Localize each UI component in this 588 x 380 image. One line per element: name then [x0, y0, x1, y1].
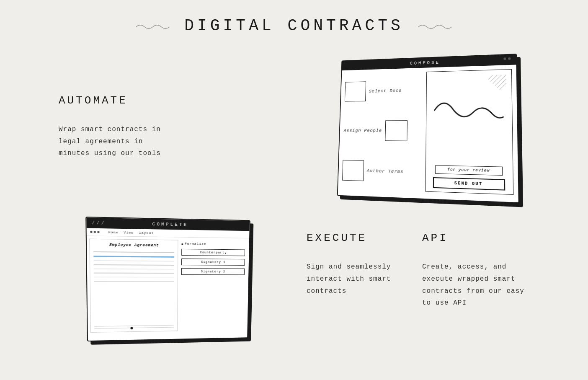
compose-row-terms: Author Terms	[342, 160, 422, 183]
automate-section: AUTOMATE Wrap smart contracts in legal a…	[34, 47, 294, 207]
doc-line-8	[94, 325, 174, 326]
compose-right: for your review SEND OUT	[426, 69, 514, 195]
doc-line-1	[93, 251, 174, 253]
api-block: API Create, access, and execute wrapped …	[422, 232, 529, 309]
complete-doc: Employee Agreement	[89, 239, 178, 333]
execute-block: EXECUTE Sign and seamlessly interact wit…	[307, 232, 414, 297]
complete-window: /// COMPLETE Home View layout	[85, 217, 250, 341]
complete-mockup: /// COMPLETE Home View layout	[85, 217, 250, 341]
top-content-row: AUTOMATE Wrap smart contracts in legal a…	[0, 35, 588, 219]
execute-api-section: EXECUTE Sign and seamlessly interact wit…	[290, 219, 554, 341]
counterparty-field[interactable]: Counterparty	[181, 249, 245, 256]
complete-body: Employee Agreement	[87, 236, 249, 335]
for-review-label: for your review	[435, 165, 503, 176]
bottom-content-row: /// COMPLETE Home View layout	[0, 219, 588, 341]
doc-line-3	[94, 264, 174, 266]
compose-box-people	[385, 120, 407, 141]
doc-line-6	[94, 277, 174, 277]
compose-window: COMPOSE Select Docs	[337, 54, 519, 203]
formalize-bullet: Formalize	[181, 242, 245, 247]
compose-dot-1	[503, 57, 506, 60]
doc-line-7	[94, 281, 174, 282]
execute-heading: EXECUTE	[307, 232, 414, 244]
page-container: DIGITAL CONTRACTS AUTOMATE Wrap smart co…	[0, 0, 588, 380]
author-terms-label: Author Terms	[367, 168, 404, 174]
menu-dot-2	[94, 231, 96, 233]
formalize-bullet-dot	[181, 243, 183, 245]
doc-line-5	[94, 273, 174, 274]
compose-mockup: COMPOSE Select Docs	[337, 54, 519, 203]
automate-heading: AUTOMATE	[59, 94, 286, 107]
complete-sidebar: Formalize Counterparty Signatory 1 Signa…	[179, 240, 247, 331]
api-heading: API	[422, 232, 529, 244]
compose-box-docs	[345, 81, 366, 101]
doc-line-4	[94, 269, 174, 269]
compose-titlebar-dots	[503, 57, 511, 60]
signatory2-field[interactable]: Signatory 2	[181, 268, 245, 275]
complete-menu-dots	[90, 230, 99, 234]
send-out-button[interactable]: SEND OUT	[433, 177, 505, 191]
compose-row-docs: Select Docs	[345, 80, 423, 102]
compose-box-terms	[342, 160, 364, 181]
compose-dot-2	[508, 57, 511, 60]
doc-line-2	[93, 260, 174, 261]
menu-item-view[interactable]: View	[124, 230, 134, 235]
doc-line-blue	[93, 256, 174, 258]
formalize-label: Formalize	[185, 242, 206, 246]
compose-section: COMPOSE Select Docs	[294, 47, 554, 207]
execute-body: Sign and seamlessly interact with smart …	[307, 261, 414, 297]
doc-title: Employee Agreement	[93, 243, 174, 248]
complete-section: /// COMPLETE Home View layout	[34, 219, 290, 341]
signatory1-field[interactable]: Signatory 1	[181, 259, 245, 266]
page-title: DIGITAL CONTRACTS	[184, 17, 404, 35]
automate-body: Wrap smart contracts in legal agreements…	[59, 124, 286, 160]
api-body: Create, access, and execute wrapped smar…	[422, 261, 529, 309]
squiggle-left-icon	[134, 22, 172, 30]
doc-slider-handle[interactable]	[131, 327, 133, 329]
compose-row-people: Assign People	[343, 120, 423, 141]
menu-dot-1	[90, 231, 92, 233]
signature-icon	[430, 78, 509, 143]
menu-dot-3	[97, 231, 99, 233]
squiggle-right-icon	[416, 22, 454, 30]
select-docs-label: Select Docs	[369, 88, 402, 93]
assign-people-label: Assign People	[344, 128, 382, 133]
menu-item-layout[interactable]: layout	[139, 231, 154, 235]
compose-left: Select Docs Assign People Author Terms	[342, 72, 423, 191]
menu-item-home[interactable]: Home	[108, 230, 119, 234]
doc-slider-track	[94, 327, 174, 329]
doc-slider[interactable]	[94, 327, 174, 329]
header: DIGITAL CONTRACTS	[0, 0, 588, 35]
signature-area	[429, 73, 509, 167]
complete-slash: ///	[92, 220, 106, 226]
compose-body: Select Docs Assign People Author Terms	[338, 65, 518, 199]
